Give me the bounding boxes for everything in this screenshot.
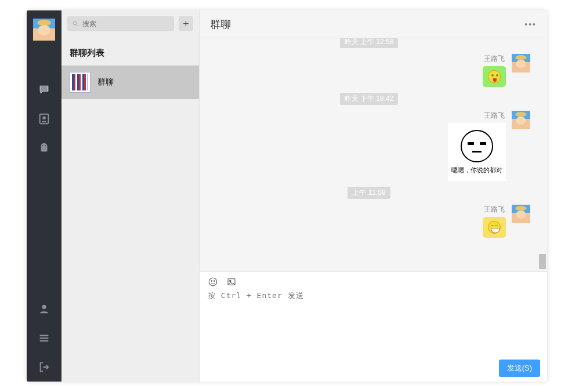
svg-rect-6 bbox=[40, 337, 49, 339]
add-button[interactable]: + bbox=[179, 16, 193, 31]
compose-toolbar bbox=[200, 272, 547, 289]
meme-face-icon bbox=[461, 130, 493, 162]
search-icon bbox=[72, 20, 79, 27]
conversation-panel-top: + bbox=[61, 10, 199, 37]
svg-point-3 bbox=[45, 146, 46, 147]
svg-point-14 bbox=[230, 280, 231, 281]
svg-point-12 bbox=[214, 281, 215, 282]
me-avatar[interactable] bbox=[33, 19, 55, 41]
conversation-item[interactable]: 群聊 bbox=[61, 66, 199, 99]
compose-footer: 发送(S) bbox=[200, 355, 547, 382]
emoji-picker-icon[interactable] bbox=[208, 277, 218, 287]
message-sender: 王路飞 bbox=[484, 111, 506, 121]
message-meme: 嗯嗯，你说的都对 bbox=[448, 123, 506, 181]
conversation-panel: + 群聊列表 群聊 bbox=[61, 10, 200, 382]
svg-point-4 bbox=[42, 305, 46, 309]
svg-rect-7 bbox=[40, 340, 49, 342]
svg-rect-5 bbox=[40, 335, 49, 336]
compose-area: 发送(S) bbox=[200, 271, 547, 382]
message-avatar[interactable] bbox=[512, 205, 530, 223]
grin-emoji-icon bbox=[488, 221, 501, 234]
search-box[interactable] bbox=[67, 16, 174, 31]
nav-rail bbox=[27, 10, 61, 382]
image-picker-icon[interactable] bbox=[226, 277, 237, 287]
message-avatar[interactable] bbox=[512, 54, 530, 72]
rail-bottom bbox=[27, 295, 61, 382]
message-sender: 王路飞 bbox=[484, 205, 506, 215]
meme-caption: 嗯嗯，你说的都对 bbox=[451, 166, 502, 175]
message-avatar[interactable] bbox=[512, 111, 530, 129]
scrollbar[interactable] bbox=[539, 38, 546, 271]
message-sender: 王路飞 bbox=[484, 54, 506, 64]
svg-point-11 bbox=[211, 281, 212, 282]
message-row: 王路飞 bbox=[208, 54, 530, 87]
time-separator: 上午 11:58 bbox=[348, 187, 390, 199]
chat-header: 群聊 ••• bbox=[200, 10, 547, 38]
time-separator: 昨天 上午 12:58 bbox=[340, 38, 399, 48]
time-separator: 昨天 下午 18:42 bbox=[340, 93, 399, 105]
send-button[interactable]: 发送(S) bbox=[499, 360, 540, 377]
nav-profile-icon[interactable] bbox=[27, 295, 61, 324]
nav-contacts-icon[interactable] bbox=[27, 104, 61, 133]
svg-point-10 bbox=[209, 278, 217, 286]
message-emoji bbox=[483, 217, 506, 238]
message-row: 王路飞 bbox=[208, 205, 530, 238]
svg-line-9 bbox=[77, 25, 78, 27]
compose-textarea[interactable] bbox=[208, 291, 539, 354]
app-window: + 群聊列表 群聊 群聊 ••• 昨天 上午 12:58 王路飞 bbox=[27, 10, 547, 382]
nav-android-icon[interactable] bbox=[27, 133, 61, 162]
chat-pane: 群聊 ••• 昨天 上午 12:58 王路飞 昨天 下午 18:42 bbox=[200, 10, 547, 382]
message-list: 昨天 上午 12:58 王路飞 昨天 下午 18:42 王路飞 bbox=[200, 38, 538, 271]
tongue-emoji-icon bbox=[488, 70, 501, 83]
nav-logout-icon[interactable] bbox=[27, 353, 61, 382]
search-input[interactable] bbox=[82, 20, 169, 28]
message-row: 王路飞 嗯嗯，你说的都对 bbox=[208, 111, 530, 181]
conversation-avatar bbox=[70, 72, 91, 93]
message-emoji bbox=[483, 66, 506, 87]
conversation-name: 群聊 bbox=[97, 77, 114, 88]
compose-input-wrap bbox=[200, 289, 547, 355]
scrollbar-thumb[interactable] bbox=[539, 254, 546, 269]
svg-point-2 bbox=[42, 146, 44, 147]
chat-more-icon[interactable]: ••• bbox=[524, 20, 537, 29]
chat-title: 群聊 bbox=[210, 17, 231, 31]
svg-point-1 bbox=[42, 116, 46, 119]
chat-scroll-area: 昨天 上午 12:58 王路飞 昨天 下午 18:42 王路飞 bbox=[200, 38, 547, 271]
svg-point-8 bbox=[73, 21, 77, 25]
nav-chat-icon[interactable] bbox=[27, 75, 61, 104]
nav-menu-icon[interactable] bbox=[27, 324, 61, 353]
conversation-section-title: 群聊列表 bbox=[61, 37, 199, 66]
